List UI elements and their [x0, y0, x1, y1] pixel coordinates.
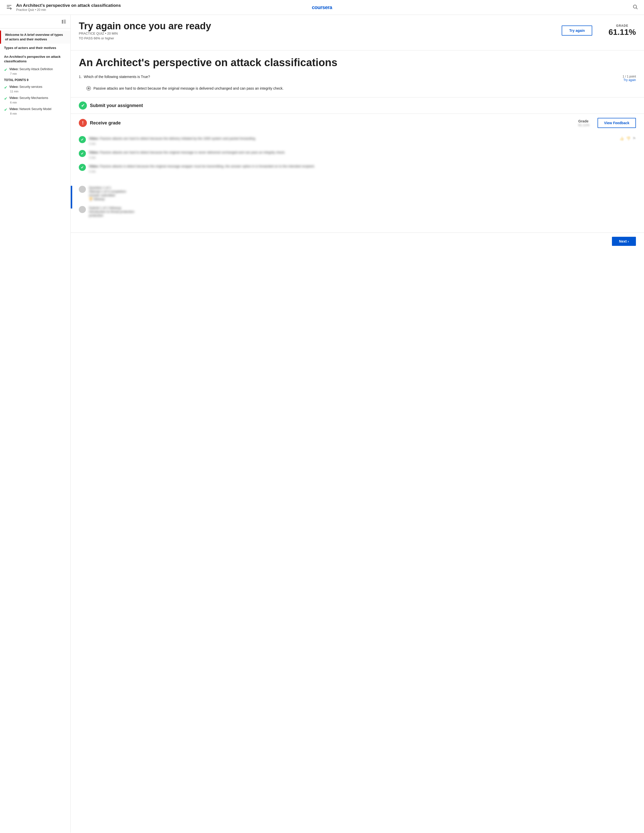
grade-label: GRADE	[609, 24, 636, 27]
view-feedback-button[interactable]: View Feedback	[597, 118, 636, 128]
submit-check-icon: ✔	[79, 101, 87, 109]
next-button[interactable]: Next ›	[612, 237, 636, 246]
thumbs-up-icon: 👍	[619, 136, 624, 141]
question-section: 1. Which of the following statements is …	[71, 71, 644, 97]
question-text: Which of the following statements is Tru…	[84, 75, 150, 79]
search-icon[interactable]	[633, 4, 638, 11]
submit-section: ✔ Submit your assignment	[71, 97, 644, 114]
grade-section: ! Receive grade Grade 61.11% View Feedba…	[71, 114, 644, 132]
footer-section: Question 1 of 1 Attempt 1 of 4 completio…	[71, 182, 644, 227]
circle-green-1: ✔	[79, 136, 86, 143]
main-layout: Welcome to A brief overview of types of …	[0, 15, 644, 833]
svg-rect-6	[63, 20, 66, 21]
svg-rect-8	[63, 21, 66, 22]
bottom-item-2: Submit 1 of 1 followup Introduction to t…	[79, 206, 636, 219]
overlay-left: Try again once you are ready PRACTICE QU…	[79, 21, 211, 40]
blurred-section: ✔ Video: Passive attacks are hard to det…	[71, 132, 644, 182]
answer-option-1[interactable]: Passive attacks are hard to detect becau…	[79, 84, 636, 93]
blurred-row-1: ✔ Video: Passive attacks are hard to det…	[79, 136, 636, 146]
sidebar-item-text-3: Video: Security Mechanisms	[9, 96, 48, 100]
question-points: 1 / 1 point	[623, 75, 636, 78]
sidebar-item-duration-4: 8 min	[10, 112, 66, 115]
blurred-text-2: Video: Passive attacks are hard to detec…	[89, 150, 636, 160]
sidebar-item-duration-1: 7 min	[10, 72, 66, 75]
total-points: TOTAL POINTS 9	[0, 77, 71, 83]
circle-green-3: ✔	[79, 164, 86, 171]
blurred-row-2: ✔ Video: Passive attacks are hard to det…	[79, 150, 636, 160]
content-area: Try again once you are ready PRACTICE QU…	[71, 15, 644, 833]
svg-point-3	[633, 5, 637, 8]
receive-grade-label: Receive grade	[90, 121, 121, 126]
to-pass: TO PASS 66% or higher	[79, 36, 211, 40]
svg-rect-10	[63, 23, 66, 23]
blurred-row-3: ✔ Video: Passive attacks is detect becau…	[79, 164, 636, 174]
sidebar-list-icon[interactable]	[61, 19, 66, 25]
course-big-title: An Architect's perspective on attack cla…	[71, 50, 644, 71]
sidebar-section-architect[interactable]: An Architect's perspective on attack cla…	[0, 53, 71, 66]
sidebar-item-duration-3: 6 min	[10, 101, 66, 104]
sidebar-item-network-security[interactable]: ✔ Video: Network Security Model 8 min	[0, 106, 71, 117]
try-again-button[interactable]: Try again	[562, 26, 592, 35]
try-again-large-title: Try again once you are ready	[79, 21, 211, 32]
menu-icon[interactable]	[6, 4, 12, 11]
svg-line-4	[636, 8, 638, 9]
grade-col: Grade	[578, 119, 589, 123]
circle-gray-1	[79, 186, 86, 193]
footer-blurred-1: Question 1 of 1 Attempt 1 of 4 completio…	[89, 186, 636, 201]
sidebar-item-security-mechanisms[interactable]: ✔ Video: Security Mechanisms 6 min	[0, 95, 71, 106]
blurred-text-1: Video: Passive attacks are hard to detec…	[89, 136, 616, 146]
check-icon-3: ✔	[4, 96, 7, 101]
try-again-banner: Try again once you are ready PRACTICE QU…	[71, 15, 644, 50]
coursera-logo: coursera	[312, 4, 332, 11]
top-header: An Architect's perspective on attack cla…	[0, 0, 644, 15]
flag-icon: ⚑	[633, 136, 636, 141]
sidebar-item-text-4: Video: Network Security Model	[9, 107, 52, 111]
bottom-item-1: Question 1 of 1 Attempt 1 of 4 completio…	[79, 186, 636, 203]
answer-text-1: Passive attacks are hard to detect becau…	[93, 86, 283, 91]
bottom-nav: Next ›	[71, 233, 644, 250]
sidebar-section-title-types: Types of actors and their motives	[4, 46, 66, 50]
grade-left: ! Receive grade	[79, 119, 121, 127]
question-number: 1.	[79, 75, 82, 79]
submit-label: Submit your assignment	[90, 103, 143, 108]
try-again-link[interactable]: Try again	[623, 78, 636, 82]
sidebar-item-attack-definition[interactable]: ✔ Video: Security Attack Definition 7 mi…	[0, 66, 71, 77]
blurred-text-3: Video: Passive attacks is detect because…	[89, 164, 636, 174]
sidebar: Welcome to A brief overview of types of …	[0, 15, 71, 833]
thumbs-down-icon: 👎	[626, 136, 631, 141]
sidebar-section-types[interactable]: Types of actors and their motives	[0, 43, 71, 52]
grade-column-header: Grade 61.11%	[578, 119, 589, 127]
sidebar-item-text-1: Video: Security Attack Definition	[9, 67, 53, 71]
radio-button-1[interactable]	[86, 86, 91, 91]
sidebar-section-welcome[interactable]: Welcome to A brief overview of types of …	[0, 31, 71, 43]
grade-value: 61.11%	[609, 27, 636, 37]
sidebar-item-duration-2: 11 min	[10, 90, 66, 93]
sidebar-item-text-2: Video: Security services	[9, 85, 42, 89]
sidebar-section-title-architect: An Architect's perspective on attack cla…	[4, 55, 66, 64]
overlay-top: Try again once you are ready PRACTICE QU…	[79, 21, 636, 40]
sidebar-section-title-welcome: Welcome to A brief overview of types of …	[5, 32, 66, 42]
blurred-icons-1: 👍 👎 ⚑	[619, 136, 636, 141]
quiz-meta: PRACTICE QUIZ • 20 MIN	[79, 32, 211, 35]
svg-rect-5	[62, 20, 63, 21]
grade-block: GRADE 61.11%	[600, 24, 636, 37]
grade-value-display: 61.11%	[578, 123, 589, 127]
error-icon: !	[79, 119, 87, 127]
check-icon-4: ✔	[4, 107, 7, 112]
svg-rect-9	[62, 23, 63, 24]
svg-rect-7	[62, 21, 63, 22]
sidebar-item-security-services[interactable]: ✔ Video: Security services 11 min	[0, 83, 71, 95]
circle-green-2: ✔	[79, 150, 86, 157]
blue-progress-bar	[71, 186, 72, 209]
sidebar-controls	[0, 19, 71, 29]
check-icon-2: ✔	[4, 85, 7, 90]
footer-blurred-2: Submit 1 of 1 followup Introduction to t…	[89, 206, 636, 217]
radio-inner	[88, 87, 90, 89]
submit-left: ✔ Submit your assignment	[79, 101, 143, 109]
circle-gray-2	[79, 206, 86, 213]
check-icon-1: ✔	[4, 68, 7, 72]
